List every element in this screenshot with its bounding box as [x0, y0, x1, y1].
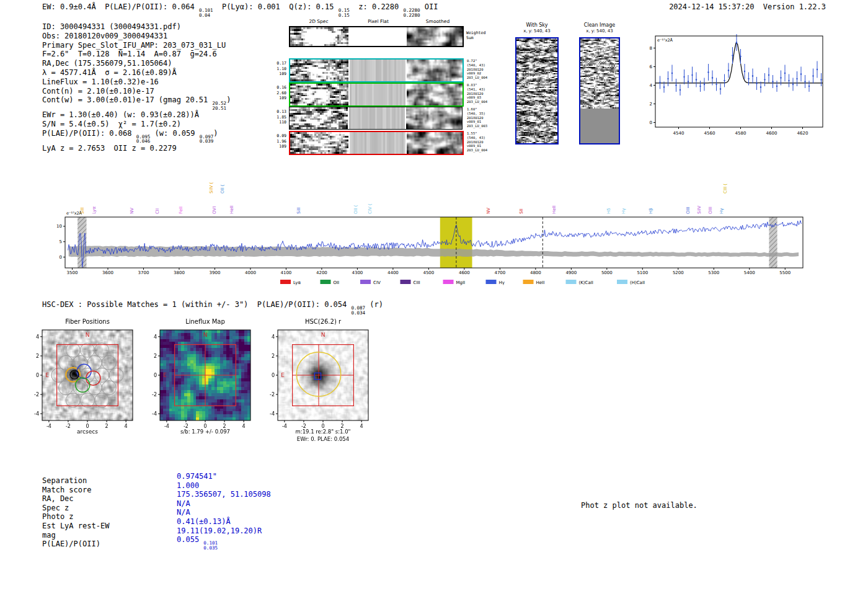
stacked-uncertainty: 0.0950.046	[136, 135, 151, 144]
plot-text: 3900	[210, 270, 221, 275]
plot-text: 4200	[316, 270, 327, 275]
plot-text: Hγ	[719, 208, 724, 214]
plot-text: -2	[270, 392, 275, 398]
info-line-3: F=2.6" T=0.128 N̄=1.14 A=0.87 ḡ=24.6	[42, 50, 231, 59]
info-line-9: EWr = 1.30(±0.40) (w: 0.93(±0.28))Å	[42, 110, 231, 120]
spec2d-image	[290, 27, 348, 46]
plot-text: 0	[272, 373, 275, 378]
plot-text: SiII	[80, 207, 85, 214]
info-line-5: λ = 4577.41Å σ = 2.16(±0.89)Å	[42, 68, 231, 78]
plot-text: 4560	[704, 131, 715, 136]
plot-text: MgII	[456, 280, 466, 285]
plot-text: Hγ	[499, 280, 505, 285]
plot-text: CII	[155, 208, 160, 214]
plot-text: 5100	[637, 270, 648, 275]
pixel-flat-image	[350, 60, 405, 81]
plot-text: -2	[34, 392, 39, 398]
hsc-cutout-xlabel2: EWr: 0. PLAE: 0.054	[268, 436, 378, 442]
plot-text: OII	[334, 280, 340, 285]
plot-text: CIII (	[723, 184, 728, 193]
plot-text: -4	[270, 411, 275, 417]
smoothed-image	[406, 107, 462, 129]
col-title-pixel-flat: Pixel Flat	[349, 19, 407, 24]
info-line-6: LineFlux = 1.10(±0.32)e-16	[42, 78, 231, 87]
plot-text: HeII	[536, 280, 545, 285]
plot-text: 4700	[494, 270, 505, 275]
plot-text: 4580	[735, 131, 746, 136]
header-timestamp: 2024-12-14 15:37:20 Version 1.22.3	[620, 2, 826, 11]
elixer-report-page: EW: 0.9±0.4Å P(LAE)/P(OII): 0.064 0.1010…	[0, 0, 868, 591]
info-line-8: Cont(w) = 3.00(±0.01)e-17 (gmag 20.51 20…	[42, 96, 231, 110]
plot-text: 6	[650, 64, 653, 69]
match-value: 0.974541"	[177, 472, 217, 481]
match-row: Photo zN/A	[42, 512, 271, 522]
match-value: N/A	[177, 499, 190, 508]
plot-text: HeII	[229, 205, 234, 214]
stacked-uncertainty: 20.5220.51	[213, 101, 227, 110]
match-row: P(LAE)/P(OII)0.055 0.1010.035	[42, 540, 271, 549]
lineflux-map-xlabel: s/b: 1.79 +/- 0.097	[151, 429, 260, 435]
hsc-cutout-axes: -4-4-2-2002244NE	[260, 313, 384, 440]
header-summary: EW: 0.9±0.4Å P(LAE)/P(OII): 0.064 0.1010…	[42, 2, 438, 17]
with-sky-subtitle: x, y: 540, 43	[506, 29, 568, 33]
plot-text: 4400	[388, 270, 399, 275]
match-label: mag	[42, 531, 177, 540]
plot-text: Hδ	[606, 208, 611, 214]
plot-text: 3800	[174, 270, 185, 275]
detection-info-block: ID: 3000494331 (3000494331.pdf)Obs: 2018…	[42, 22, 231, 153]
plot-text: HeII	[552, 205, 557, 214]
plot-text: -4	[34, 411, 39, 417]
plot-text: e⁻¹⁷x2Å	[657, 37, 673, 43]
row-annotation: 0.83" (541, 43) 20180120 v009_03 203_LU_…	[467, 83, 487, 104]
plot-text: 10	[56, 224, 62, 229]
plot-text: 2	[154, 353, 157, 359]
plot-text: 4	[154, 334, 157, 340]
match-label: Spec z	[42, 504, 177, 512]
info-line-1: Obs: 20180120v009_3000494331	[42, 32, 231, 41]
plot-text: N	[86, 332, 90, 338]
plot-text: 4100	[281, 270, 292, 275]
hsc-cutout-xlabel: m:19.1 re:2.8" s:1.0"	[268, 429, 378, 435]
plot-text: (H)CaII	[630, 280, 645, 285]
plot-text: 5	[60, 239, 62, 244]
plot-text: 5200	[673, 270, 684, 275]
info-line-12: LyA z = 2.7653 OII z = 0.2279	[42, 144, 231, 153]
plot-text: 0	[60, 255, 62, 260]
plot-text: 2	[272, 353, 275, 359]
plot-text: -2	[152, 392, 157, 398]
match-value: 0.055 0.1010.035	[177, 535, 218, 544]
match-row: Separation0.974541"	[42, 476, 271, 486]
plot-text: N	[203, 332, 208, 338]
plot-text: SiIV (	[209, 182, 214, 193]
plot-text: 4500	[423, 270, 434, 275]
plot-text: E	[45, 372, 49, 378]
plot-text: Lyα	[92, 207, 97, 214]
plot-text: OIII	[708, 207, 713, 214]
plot-text: 4	[272, 334, 275, 340]
row-annotation: 1.55" (540, 43) 20180120 v009_01 203_LU_…	[467, 131, 487, 153]
plot-text: E	[163, 372, 167, 378]
plot-text: NV	[130, 208, 135, 214]
stacked-uncertainty: 0.150.15	[339, 8, 350, 17]
plot-text: 5500	[779, 270, 790, 275]
match-row: mag19.11(19.02,19.20)R	[42, 531, 271, 540]
photz-note: Phot z plot not available.	[581, 501, 698, 510]
plot-text: Hγ	[621, 208, 626, 214]
row-weight-labels: 0.17 1.10 109	[270, 61, 286, 77]
pixel-flat-image	[350, 84, 405, 105]
plot-text: 3600	[102, 270, 113, 275]
plot-text: 4000	[245, 270, 256, 275]
col-title-2d-spec: 2D Spec	[289, 19, 348, 24]
plot-text: OVI	[212, 207, 217, 214]
smoothed-image	[407, 84, 463, 105]
match-label: Photo z	[42, 512, 177, 521]
plot-text: 3700	[138, 270, 149, 275]
match-value: N/A	[177, 508, 190, 517]
plot-text: CIV (	[368, 203, 373, 214]
plot-text: Lyα	[293, 280, 301, 285]
plot-text: 0	[650, 120, 652, 125]
pixel-flat-blank	[350, 27, 405, 46]
plot-text: CIV	[373, 280, 381, 285]
spec2d-image	[290, 60, 348, 81]
fiber-positions-xlabel: arcsecs	[42, 429, 133, 435]
